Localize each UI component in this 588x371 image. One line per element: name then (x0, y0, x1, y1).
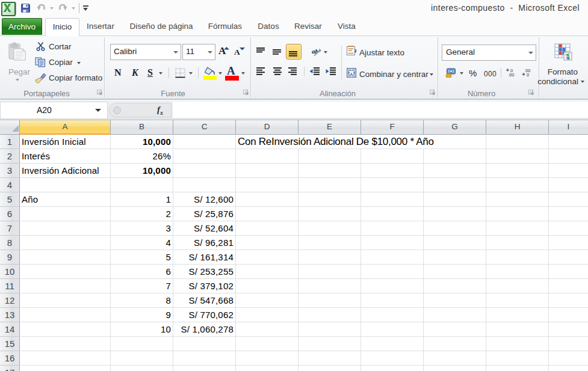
svg-text:ab: ab (312, 48, 319, 55)
svg-text:0: 0 (527, 72, 529, 77)
svg-text:00: 00 (509, 72, 514, 77)
